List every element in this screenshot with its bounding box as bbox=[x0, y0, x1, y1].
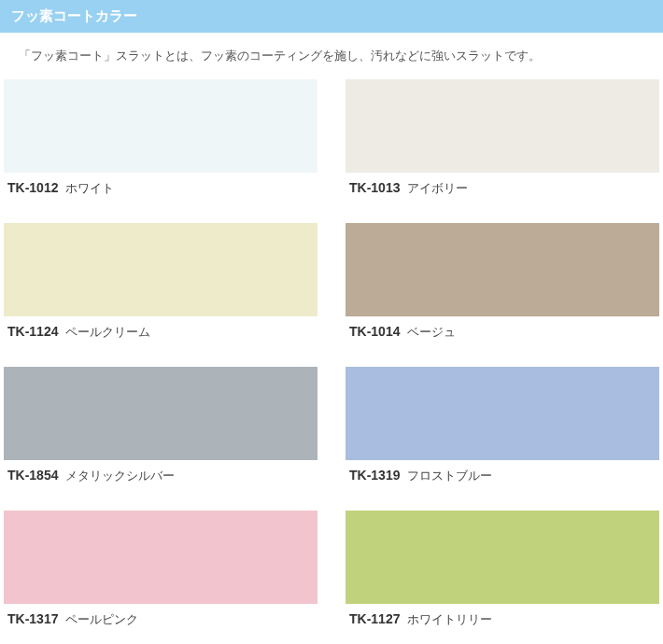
swatch-code: TK-1854 bbox=[7, 468, 58, 483]
swatch-item: TK-1012 ホワイト bbox=[4, 79, 317, 204]
swatch-code: TK-1012 bbox=[7, 180, 58, 195]
swatch-name: ベージュ bbox=[407, 325, 456, 339]
swatch-name: フロストブルー bbox=[407, 469, 492, 483]
color-swatch bbox=[346, 223, 659, 316]
swatch-name: ペールピンク bbox=[65, 612, 138, 626]
color-swatch bbox=[346, 367, 659, 460]
swatch-item: TK-1127 ホワイトリリー bbox=[346, 511, 659, 636]
color-swatch bbox=[4, 223, 317, 316]
swatch-label: TK-1854 メタリックシルバー bbox=[4, 460, 317, 492]
swatch-code: TK-1013 bbox=[349, 180, 400, 195]
swatch-name: ホワイト bbox=[65, 181, 114, 195]
swatch-label: TK-1127 ホワイトリリー bbox=[346, 604, 659, 636]
section-title: フッ素コートカラー bbox=[11, 7, 137, 23]
swatch-name: アイボリー bbox=[407, 181, 468, 195]
description-text: 「フッ素コート」スラットとは、フッ素のコーティングを施し、汚れなどに強いスラット… bbox=[19, 49, 541, 63]
section-description: 「フッ素コート」スラットとは、フッ素のコーティングを施し、汚れなどに強いスラット… bbox=[0, 33, 663, 79]
color-swatch bbox=[4, 511, 317, 604]
swatch-item: TK-1319 フロストブルー bbox=[346, 367, 659, 492]
section-header: フッ素コートカラー bbox=[0, 0, 663, 33]
swatch-code: TK-1317 bbox=[7, 611, 58, 626]
swatch-label: TK-1012 ホワイト bbox=[4, 173, 317, 204]
swatch-label: TK-1013 アイボリー bbox=[346, 173, 659, 204]
swatch-item: TK-1317 ペールピンク bbox=[4, 511, 317, 636]
swatch-name: ホワイトリリー bbox=[407, 612, 492, 626]
swatch-label: TK-1014 ベージュ bbox=[346, 316, 659, 348]
swatch-code: TK-1319 bbox=[349, 468, 400, 483]
color-swatch bbox=[346, 511, 659, 604]
swatch-code: TK-1124 bbox=[7, 324, 58, 339]
color-swatch bbox=[4, 367, 317, 460]
swatch-name: ペールクリーム bbox=[65, 325, 150, 339]
swatch-label: TK-1317 ペールピンク bbox=[4, 604, 317, 636]
swatch-item: TK-1854 メタリックシルバー bbox=[4, 367, 317, 492]
color-swatch bbox=[4, 79, 317, 173]
swatch-grid: TK-1012 ホワイト TK-1013 アイボリー TK-1124 ペールクリ… bbox=[0, 79, 663, 644]
swatch-label: TK-1124 ペールクリーム bbox=[4, 316, 317, 348]
swatch-code: TK-1014 bbox=[349, 324, 400, 339]
swatch-item: TK-1013 アイボリー bbox=[346, 79, 659, 204]
swatch-code: TK-1127 bbox=[349, 611, 400, 626]
color-swatch bbox=[346, 79, 659, 173]
swatch-label: TK-1319 フロストブルー bbox=[346, 460, 659, 492]
swatch-item: TK-1124 ペールクリーム bbox=[4, 223, 317, 348]
swatch-item: TK-1014 ベージュ bbox=[346, 223, 659, 348]
swatch-name: メタリックシルバー bbox=[65, 469, 175, 483]
